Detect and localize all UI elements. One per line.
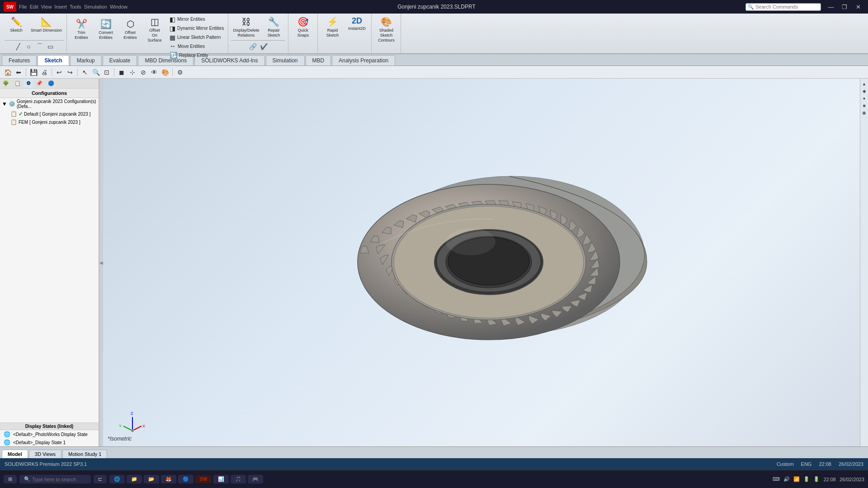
panel-tab-properties[interactable]: 📋 xyxy=(12,79,24,88)
display-state-2[interactable]: 🌐 <Default>_Display State 1 xyxy=(0,438,99,446)
rp-icon2[interactable]: ◆ xyxy=(861,88,868,94)
taskbar-search-input[interactable] xyxy=(32,477,86,482)
app-misc3[interactable]: 🎮 xyxy=(248,475,263,483)
shaded-sketch-contours-button[interactable]: 🎨 ShadedSketchContours xyxy=(374,15,398,43)
start-button[interactable]: ⊞ xyxy=(4,475,17,483)
sketch-button[interactable]: ✏️ Sketch xyxy=(5,15,28,34)
quick-snaps-button[interactable]: 🎯 QuickSnaps xyxy=(291,15,315,39)
tab-simulation[interactable]: Simulation xyxy=(266,55,305,66)
home-icon-btn[interactable]: 🏠 xyxy=(3,67,13,77)
undo-icon-btn[interactable]: ↩ xyxy=(54,67,64,77)
arc-tool[interactable]: ⌒ xyxy=(35,42,45,52)
trim-entities-button[interactable]: ✂️ TrimEntities xyxy=(70,15,93,43)
tree-default-config[interactable]: 📋 ✓ Default [ Gonjeni zupcanik 2023 ] xyxy=(0,110,99,118)
app-misc2[interactable]: 🎵 xyxy=(231,475,246,483)
app-chrome[interactable]: 🔵 xyxy=(178,475,193,483)
hide-show-btn[interactable]: 👁 xyxy=(149,67,159,77)
sketch-checker-btn[interactable]: ✔️ xyxy=(259,42,269,52)
mirror-entities-button[interactable]: ◧ Mirror Entities xyxy=(168,15,225,24)
app-firefox[interactable]: 🦊 xyxy=(161,475,176,483)
convert-entities-button[interactable]: 🔄 ConvertEntities xyxy=(94,15,118,43)
motion-study-tab[interactable]: Motion Study 1 xyxy=(62,450,107,458)
viewport[interactable]: *Isometric X Y Z xyxy=(103,79,860,446)
tab-mbd[interactable]: MBD xyxy=(306,55,331,66)
move-entities-button[interactable]: ↔️ Move Entities xyxy=(168,42,225,51)
panel-icon-tabs: 🌳 📋 ⚙ 📌 🔵 xyxy=(0,79,99,89)
menu-simulation[interactable]: Simulation xyxy=(84,4,107,9)
minimize-button[interactable]: — xyxy=(825,2,837,12)
select-icon-btn[interactable]: ↖ xyxy=(80,67,90,77)
instant2d-button[interactable]: 2D Instant2D xyxy=(345,15,368,32)
display-delete-relations-button[interactable]: ⛓ Display/DeleteRelations xyxy=(231,15,261,39)
back-icon-btn[interactable]: ⬅ xyxy=(14,67,24,77)
app-explorer[interactable]: 🌐 xyxy=(109,475,125,483)
tab-features[interactable]: Features xyxy=(2,55,37,66)
linear-sketch-pattern-button[interactable]: ▦ Linear Sketch Pattern xyxy=(168,33,225,42)
dynamic-mirror-button[interactable]: ◨ Dynamic Mirror Entities xyxy=(168,24,225,33)
svg-line-9 xyxy=(132,426,142,431)
tab-analysis-prep[interactable]: Analysis Preparation xyxy=(332,55,395,66)
section-view-btn[interactable]: ⊘ xyxy=(138,67,148,77)
panel-tab-featuretree[interactable]: 🌳 xyxy=(0,79,12,88)
svg-text:X: X xyxy=(142,424,145,428)
app-misc1[interactable]: 📊 xyxy=(213,475,229,483)
tree-root[interactable]: ▼ ⚙️ Gonjeni zupcanik 2023 Configuration… xyxy=(0,98,99,110)
task-view-btn[interactable]: ⊏ xyxy=(94,475,107,483)
window-title: Gonjeni zupcanik 2023.SLDPRT xyxy=(127,4,745,10)
app-sw[interactable]: SW xyxy=(195,475,212,483)
circle-tool[interactable]: ○ xyxy=(24,42,34,52)
menu-window[interactable]: Window xyxy=(110,4,127,9)
add-relation-btn[interactable]: 🔗 xyxy=(248,42,258,52)
rect-tool[interactable]: ▭ xyxy=(46,42,56,52)
panel-tab-config[interactable]: ⚙ xyxy=(24,79,33,88)
appearance-btn[interactable]: 🎨 xyxy=(160,67,170,77)
search-icon: 🔍 xyxy=(748,4,754,10)
rp-icon5[interactable]: ◉ xyxy=(861,109,868,116)
rp-icon4[interactable]: ■ xyxy=(861,102,868,108)
tab-sketch[interactable]: Sketch xyxy=(38,55,69,66)
search-commands-box[interactable]: 🔍 xyxy=(745,3,821,11)
rp-icon3[interactable]: ● xyxy=(861,95,868,101)
menu-tools[interactable]: Tools xyxy=(70,4,81,9)
taskbar-apps: 🌐 📁 📂 🦊 🔵 SW 📊 🎵 🎮 xyxy=(109,475,263,483)
app-folder[interactable]: 📂 xyxy=(144,475,159,483)
menu-view[interactable]: View xyxy=(41,4,52,9)
replace-entity-button[interactable]: 🔃 Replace Entity xyxy=(168,51,225,60)
rp-icon1[interactable]: ▲ xyxy=(861,80,868,87)
menu-insert[interactable]: Insert xyxy=(54,4,67,9)
svg-text:Y: Y xyxy=(119,424,122,428)
lang-btn[interactable]: 🔋 xyxy=(813,476,820,482)
display-style-btn[interactable]: ◼ xyxy=(117,67,127,77)
sketch-group: ✏️ Sketch 📐 Smart Dimension ╱ ○ ⌒ ▭ xyxy=(2,14,67,53)
settings-btn[interactable]: ⚙ xyxy=(175,67,185,77)
panel-tab-appearance[interactable]: 🔵 xyxy=(45,79,57,88)
rapid-sketch-button[interactable]: ⚡ RapidSketch xyxy=(321,15,344,39)
sketch-row: ✏️ Sketch 📐 Smart Dimension xyxy=(5,15,64,39)
offset-entities-button[interactable]: ⬡ OffsetEntities xyxy=(118,15,142,43)
repair-sketch-button[interactable]: 🔧 RepairSketch xyxy=(262,15,285,39)
panel-collapse-handle[interactable]: ◀ xyxy=(99,79,103,446)
menu-file[interactable]: File xyxy=(19,4,27,9)
smart-dimension-button[interactable]: 📐 Smart Dimension xyxy=(29,15,64,34)
trim-entities-icon: ✂️ xyxy=(76,19,87,29)
search-commands-input[interactable] xyxy=(755,4,819,9)
model-tab[interactable]: Model xyxy=(2,450,28,458)
tree-fem-config[interactable]: 📋 FEM [ Gonjeni zupcanik 2023 ] xyxy=(0,118,99,126)
menu-edit[interactable]: Edit xyxy=(30,4,38,9)
close-button[interactable]: ✕ xyxy=(852,2,864,12)
view-orient-btn[interactable]: ⊹ xyxy=(127,67,137,77)
save-icon-btn[interactable]: 💾 xyxy=(28,67,38,77)
offset-on-surface-button[interactable]: ◫ OffsetOnSurface xyxy=(143,15,166,43)
panel-tab-display[interactable]: 📌 xyxy=(33,79,45,88)
zoom-in-icon-btn[interactable]: 🔍 xyxy=(91,67,101,77)
search-taskbar[interactable]: 🔍 xyxy=(19,475,91,483)
3d-views-tab[interactable]: 3D Views xyxy=(29,450,61,458)
maximize-button[interactable]: ❐ xyxy=(838,2,851,12)
redo-icon-btn[interactable]: ↪ xyxy=(65,67,75,77)
print-icon-btn[interactable]: 🖨 xyxy=(39,67,49,77)
app-files[interactable]: 📁 xyxy=(127,475,142,483)
zoom-fit-icon-btn[interactable]: ⊡ xyxy=(102,67,112,77)
line-tool[interactable]: ╱ xyxy=(13,42,23,52)
tree-default-label: Default [ Gonjeni zupcanik 2023 ] xyxy=(24,112,90,117)
display-state-1[interactable]: 🌐 <Default>_PhotoWorks Display State xyxy=(0,430,99,438)
